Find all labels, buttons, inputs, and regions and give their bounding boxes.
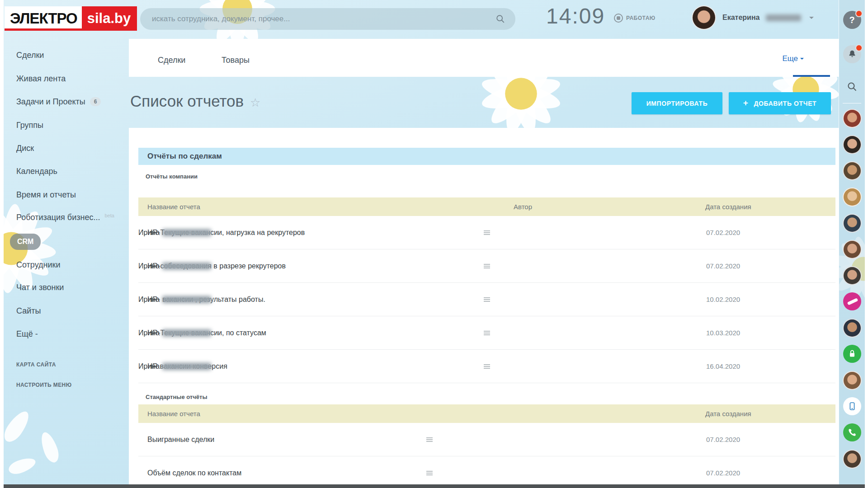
column-header-author[interactable]: Автор: [514, 197, 532, 216]
tab-more[interactable]: Еще: [782, 54, 804, 63]
chat-avatar[interactable]: [843, 319, 862, 338]
chat-avatar[interactable]: [843, 240, 862, 259]
avatar: [843, 371, 862, 390]
sidebar-item-crm[interactable]: CRM: [10, 234, 41, 250]
report-name[interactable]: Объём сделок по контактам: [147, 456, 241, 485]
chat-avatar[interactable]: [843, 450, 862, 469]
user-menu[interactable]: Екатерина: [692, 5, 814, 30]
row-menu-icon[interactable]: [484, 230, 490, 235]
sidebar-item-tasks[interactable]: Задачи и Проекты 6: [16, 96, 101, 108]
report-row[interactable]: HR-Текущие вакансии, по статусам Ирина 1…: [138, 316, 835, 350]
sidebar-item-label: Сотрудники: [16, 260, 61, 270]
lock-icon[interactable]: [843, 345, 861, 363]
column-header-date[interactable]: Дата создания: [705, 404, 751, 423]
sidebar-item-label: Чат и звонки: [16, 283, 64, 292]
work-clock[interactable]: 14:09: [546, 4, 605, 28]
sidebar-item-feed[interactable]: Живая лента: [16, 73, 66, 84]
chat-avatar[interactable]: [843, 188, 862, 206]
chat-avatar[interactable]: [843, 214, 862, 233]
avatar: [843, 319, 862, 338]
row-menu-icon[interactable]: [484, 331, 490, 335]
column-header-name[interactable]: Название отчета: [147, 404, 200, 423]
company-logo[interactable]: ЭЛЕКТРО sila.by: [5, 6, 137, 31]
sidebar-item-rpa[interactable]: Роботизация бизнес... beta: [16, 211, 114, 223]
report-date: 07.02.2020: [706, 456, 740, 485]
app-logo-icon[interactable]: [843, 292, 861, 310]
petal-decoration: [7, 455, 38, 477]
sidebar-item-calendar[interactable]: Календарь: [16, 165, 57, 177]
favorite-star-icon[interactable]: ☆: [250, 96, 260, 110]
add-report-button[interactable]: + ДОБАВИТЬ ОТЧЕТ: [729, 92, 831, 114]
report-row[interactable]: HR- вакансии , результаты работы. Ирина …: [138, 283, 835, 316]
phone-icon[interactable]: [843, 423, 861, 441]
sidebar-link-sitemap[interactable]: КАРТА САЙТА: [16, 361, 56, 368]
report-name[interactable]: Выигранные сделки: [147, 423, 214, 456]
petal-decoration: [38, 430, 61, 465]
section-title: Отчёты по сделкам: [147, 152, 222, 161]
tab-more-label: Еще: [782, 54, 798, 63]
tab-deals[interactable]: Сделки: [158, 56, 185, 65]
user-last-name-blurred: [766, 14, 801, 21]
user-avatar[interactable]: [692, 5, 716, 30]
row-menu-icon[interactable]: [484, 364, 490, 369]
sidebar-item-sites[interactable]: Сайты: [16, 305, 41, 317]
report-date: 16.04.2020: [706, 350, 740, 383]
work-status[interactable]: РАБОТАЮ: [614, 14, 656, 23]
report-date: 10.03.2020: [706, 316, 740, 349]
search-icon[interactable]: [495, 14, 505, 24]
table-header: Название отчета Дата создания: [138, 404, 835, 423]
author-last-name-blurred: [162, 363, 211, 370]
chat-avatar[interactable]: [843, 371, 862, 390]
sidebar-item-label: CRM: [17, 238, 33, 246]
sidebar-item-groups[interactable]: Группы: [16, 119, 43, 131]
row-menu-icon[interactable]: [484, 264, 490, 268]
author-last-name-blurred: [162, 229, 211, 236]
screen-edge: [0, 0, 4, 488]
status-record-icon: [614, 14, 623, 23]
sidebar-item-label: Диск: [16, 144, 34, 153]
logo-text-secondary: sila.by: [82, 6, 137, 31]
column-header-name[interactable]: Название отчета: [147, 197, 200, 216]
import-button[interactable]: ИМПОРТИРОВАТЬ: [632, 92, 722, 114]
sidebar-item-chat-calls[interactable]: Чат и звонки: [16, 282, 64, 293]
report-date: 07.02.2020: [706, 249, 740, 282]
chevron-down-icon: [800, 58, 804, 60]
report-row[interactable]: Выигранные сделки 07.02.2020: [138, 423, 835, 456]
sidebar-item-label: Группы: [16, 121, 43, 130]
sidebar-item-beta-tag: beta: [104, 213, 114, 218]
sidebar-link-configure-menu[interactable]: НАСТРОИТЬ МЕНЮ: [16, 382, 71, 388]
sidebar-item-deals[interactable]: Сделки: [16, 49, 44, 61]
table-body: Выигранные сделки 07.02.2020 Объём сдело…: [138, 423, 835, 485]
report-date: 07.02.2020: [706, 423, 740, 456]
table-header: Название отчета Автор Дата создания: [138, 197, 835, 216]
column-header-date[interactable]: Дата создания: [705, 197, 751, 216]
report-row[interactable]: HR-собеседования в разрезе рекрутеров Ир…: [138, 249, 835, 283]
bell-icon[interactable]: [843, 45, 861, 63]
report-row[interactable]: Объём сделок по контактам 07.02.2020: [138, 456, 835, 485]
row-menu-icon[interactable]: [426, 471, 433, 475]
rail-search-icon[interactable]: [847, 81, 858, 94]
chat-avatar[interactable]: [843, 266, 862, 285]
report-row[interactable]: HR-Текущие вакансии, нагрузка на рекруте…: [138, 216, 835, 249]
chat-avatar[interactable]: [843, 135, 862, 154]
notification-dot: [855, 44, 863, 52]
sidebar-item-disk[interactable]: Диск: [16, 142, 34, 154]
global-search[interactable]: [140, 8, 515, 30]
company-reports-table: Название отчета Автор Дата создания HR-Т…: [138, 197, 835, 383]
report-date: 07.02.2020: [706, 216, 740, 249]
active-tab-underline: [793, 75, 830, 77]
row-menu-icon[interactable]: [484, 297, 490, 302]
sidebar-item-employees[interactable]: Сотрудники: [16, 259, 61, 271]
avatar: [843, 240, 862, 259]
row-menu-icon[interactable]: [426, 437, 433, 442]
chat-avatar[interactable]: [843, 109, 862, 128]
tab-products[interactable]: Товары: [222, 56, 250, 65]
chat-avatar[interactable]: [843, 161, 862, 180]
sidebar-item-more[interactable]: Ещё -: [16, 328, 38, 340]
device-icon[interactable]: [843, 397, 861, 415]
sidebar-item-time-reports[interactable]: Время и отчеты: [16, 189, 76, 201]
sidebar-item-label: Сайты: [16, 306, 41, 316]
help-icon[interactable]: ?: [843, 11, 861, 29]
report-row[interactable]: HR вакансии конверсия Ирина 16.04.2020: [138, 350, 835, 383]
search-input[interactable]: [140, 14, 495, 23]
